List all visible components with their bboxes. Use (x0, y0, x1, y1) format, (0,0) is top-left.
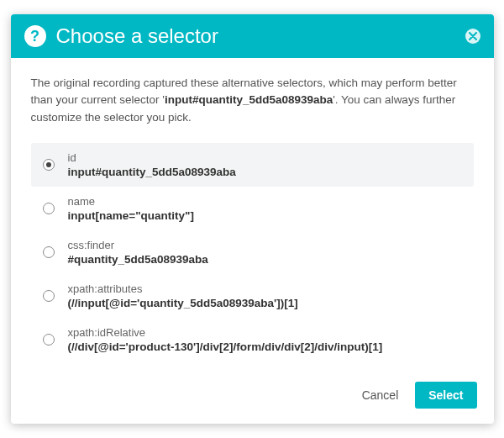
option-label: xpath:idRelative (68, 326, 383, 339)
radio-icon[interactable] (43, 159, 55, 171)
option-label: name (68, 195, 194, 208)
option-label: xpath:attributes (68, 282, 298, 295)
selector-modal: ? Choose a selector The original recordi… (11, 14, 494, 424)
option-value: (//div[@id='product-130']/div[2]/form/di… (68, 340, 383, 353)
option-text: xpath:attributes(//input[@id='quantity_5… (68, 282, 298, 309)
option-text: css:finder#quantity_5dd5a08939aba (68, 239, 208, 266)
modal-header: ? Choose a selector (11, 14, 494, 58)
help-icon: ? (24, 25, 46, 47)
radio-icon[interactable] (43, 290, 55, 302)
option-row-id[interactable]: idinput#quantity_5dd5a08939aba (31, 143, 474, 187)
modal-title-wrap: ? Choose a selector (24, 24, 218, 48)
radio-icon[interactable] (43, 334, 55, 346)
option-row-xpath-idRelative[interactable]: xpath:idRelative(//div[@id='product-130'… (31, 318, 474, 361)
modal-footer: Cancel Select (11, 370, 494, 424)
option-row-xpath-attributes[interactable]: xpath:attributes(//input[@id='quantity_5… (31, 274, 474, 318)
options-list: idinput#quantity_5dd5a08939abanameinput[… (31, 143, 474, 361)
description-text: The original recording captured these al… (31, 75, 474, 126)
modal-body: The original recording captured these al… (11, 58, 494, 370)
option-value: (//input[@id='quantity_5dd5a08939aba'])[… (68, 297, 298, 309)
option-text: nameinput[name="quantity"] (68, 195, 194, 222)
option-text: xpath:idRelative(//div[@id='product-130'… (68, 326, 383, 353)
current-selector: input#quantity_5dd5a08939aba (165, 93, 333, 106)
modal-title: Choose a selector (56, 24, 218, 48)
option-label: id (68, 151, 236, 164)
radio-icon[interactable] (43, 203, 55, 214)
radio-icon[interactable] (43, 246, 55, 258)
option-row-css-finder[interactable]: css:finder#quantity_5dd5a08939aba (31, 230, 474, 274)
select-button[interactable]: Select (415, 382, 476, 409)
option-value: input[name="quantity"] (68, 209, 194, 222)
option-value: input#quantity_5dd5a08939aba (68, 166, 236, 178)
option-value: #quantity_5dd5a08939aba (68, 253, 208, 266)
cancel-button[interactable]: Cancel (352, 382, 409, 409)
option-row-name[interactable]: nameinput[name="quantity"] (31, 187, 474, 230)
close-icon[interactable] (465, 29, 480, 44)
option-text: idinput#quantity_5dd5a08939aba (68, 151, 236, 178)
option-label: css:finder (68, 239, 208, 251)
